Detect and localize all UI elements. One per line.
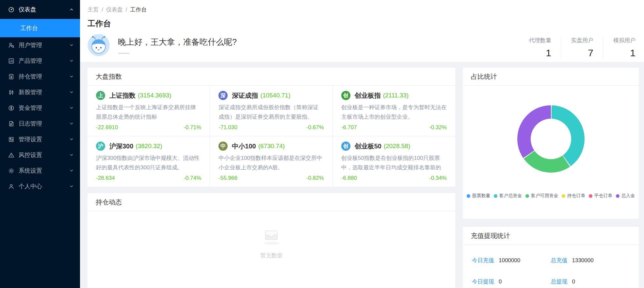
index-badge: 中 [218,142,228,151]
sidebar-item-label: 管理设置 [19,135,70,143]
index-name: 沪深300 [109,142,133,151]
index-description: 深证成指交易所成份股价指数（简称深证成指）是深圳证券交易所的主要股指。 [218,103,324,122]
chart-legend: 股票数量 客户总资金 客户可用资金 持仓订单 [463,193,639,199]
admin-settings-icon [8,136,14,143]
index-change-pct: -0.32% [429,124,447,131]
sidebar-item-dashboard[interactable]: 仪表盘 [0,0,80,19]
ratio-donut-chart [517,105,585,173]
chevron-down-icon [70,153,73,157]
index-change: -6.880 [341,175,357,181]
index-description: 沪深300指数由沪深市场中规模大、流动性好的最具代表性的300只证券组成。 [96,153,201,172]
total-withdraw-label[interactable]: 总提现 [551,278,568,285]
legend-item-open-orders[interactable]: 持仓订单 [562,193,586,199]
index-description: 中小企业100指数样本应该都是在深交所中小企业板上市交易的A股。 [218,153,324,172]
sidebar: 仪表盘 工作台 用户管理 产品管理 持仓管理 [0,0,80,288]
log-management-icon [8,120,14,127]
page-title: 工作台 [88,18,640,29]
greeting-placeholder-line [118,53,130,54]
chevron-down-icon [70,90,73,94]
index-value: (6730.74) [258,143,285,150]
sidebar-item-user-management[interactable]: 用户管理 [0,37,80,53]
sidebar-item-label: 用户管理 [19,41,70,49]
sidebar-item-admin-settings[interactable]: 管理设置 [0,131,80,147]
mascot-avatar [88,34,110,56]
breadcrumb-dashboard[interactable]: 仪表盘 [106,6,123,13]
funds-management-icon [8,105,14,111]
sidebar-item-profile-center[interactable]: 个人中心 [0,178,80,194]
sidebar-item-system-settings[interactable]: 系统设置 [0,163,80,178]
market-index-grid: 上 上证指数 (3154.3693) 上证指数是一个反映上海证券交易所挂牌股票总… [88,86,455,187]
ratio-stats-card-title: 占比统计 [463,68,639,86]
greeting-text: 晚上好，王大拿，准备吃什么呢? [118,37,237,47]
content-area: 大盘指数 上 上证指数 (3154.3693) 上证指数是一个反映上海证券交易所… [80,62,644,288]
legend-label: 持仓订单 [567,193,586,199]
sidebar-item-position-management[interactable]: 持仓管理 [0,69,80,84]
stat-value: 1 [529,47,551,59]
legend-item-stock-count[interactable]: 股票数量 [467,193,491,199]
empty-state-text: 暂无数据 [260,252,282,259]
sidebar-item-new-stock-management[interactable]: 新股管理 [0,84,80,100]
index-value: (3820.32) [136,143,162,150]
index-change: -55.966 [218,175,237,181]
sidebar-item-risk-settings[interactable]: 风控设置 [0,147,80,163]
index-value: (2028.58) [384,143,410,150]
user-management-icon [8,42,14,48]
index-name: 上证指数 [109,91,136,100]
breadcrumb: 主页 / 仪表盘 / 工作台 [88,6,640,13]
sidebar-item-label: 系统设置 [19,167,70,175]
sidebar-submenu-dashboard: 工作台 [0,19,80,37]
page-header: 主页 / 仪表盘 / 工作台 工作台 [80,0,644,62]
index-tile-shanghai: 上 上证指数 (3154.3693) 上证指数是一个反映上海证券交易所挂牌股票总… [88,86,210,136]
empty-inbox-icon [259,226,284,247]
index-change: -71.030 [218,124,237,131]
today-withdraw: 今日提现 0 [472,278,551,285]
sidebar-item-label: 个人中心 [19,182,70,190]
ratio-stats-card: 占比统计 股票数量 客户总资金 [463,68,639,219]
header-stats: 代理数量 1 实盘用户 7 模拟用户 1 [519,34,640,59]
legend-item-closed-orders[interactable]: 平仓订单 [589,193,613,199]
index-change: -28.634 [96,175,115,181]
stat-label: 模拟用户 [613,37,636,44]
today-withdraw-value: 0 [499,279,502,285]
legend-item-total-funds[interactable]: 客户总资金 [494,193,522,199]
total-recharge-label[interactable]: 总充值 [551,257,568,264]
app-window: 仪表盘 工作台 用户管理 产品管理 持仓管理 [0,0,644,288]
index-name: 创业板50 [355,142,381,151]
chevron-down-icon [70,184,73,188]
index-badge: 深 [218,91,228,100]
sidebar-item-funds-management[interactable]: 资金管理 [0,100,80,116]
chevron-down-icon [70,169,73,173]
index-badge: 沪 [96,142,105,151]
today-recharge-label[interactable]: 今日充值 [472,257,494,264]
index-name: 创业板指 [355,91,381,100]
index-badge: 上 [96,91,105,100]
breadcrumb-current: 工作台 [130,6,147,13]
index-tile-shenzhen: 深 深证成指 (10540.71) 深证成指交易所成份股价指数（简称深证成指）是… [210,86,332,136]
chevron-down-icon [70,106,73,110]
legend-dot [494,194,497,198]
legend-item-available-funds[interactable]: 客户可用资金 [525,193,558,199]
sidebar-item-log-management[interactable]: 日志管理 [0,116,80,131]
sidebar-item-workbench[interactable]: 工作台 [0,19,80,37]
sidebar-item-label: 风控设置 [19,151,70,159]
index-description: 创业板是一种证券市场，是专为暂时无法在主板市场上市的创业型企业。 [341,103,447,122]
legend-item-total-deposit[interactable]: 总入金 [616,193,635,199]
sidebar-subitem-label: 工作台 [20,24,38,32]
legend-dot [562,194,565,198]
stat-label: 实盘用户 [571,37,593,44]
sidebar-item-product-management[interactable]: 产品管理 [0,53,80,69]
chevron-down-icon [70,137,73,141]
position-management-icon [8,73,14,80]
today-withdraw-label[interactable]: 今日提现 [472,278,494,285]
position-activity-card-title: 持仓动态 [88,193,455,211]
sidebar-item-label: 日志管理 [19,120,70,127]
stat-value: 1 [613,47,636,59]
system-settings-icon [8,167,14,174]
market-index-card-title: 大盘指数 [88,68,455,86]
breadcrumb-home[interactable]: 主页 [88,6,99,13]
index-tile-chinext: 创 创业板指 (2111.33) 创业板是一种证券市场，是专为暂时无法在主板市场… [333,86,455,136]
main-area: 主页 / 仪表盘 / 工作台 工作台 [80,0,644,288]
chevron-down-icon [70,75,73,78]
index-change-pct: -0.82% [306,175,324,181]
recharge-withdraw-card-title: 充值提现统计 [463,227,639,245]
